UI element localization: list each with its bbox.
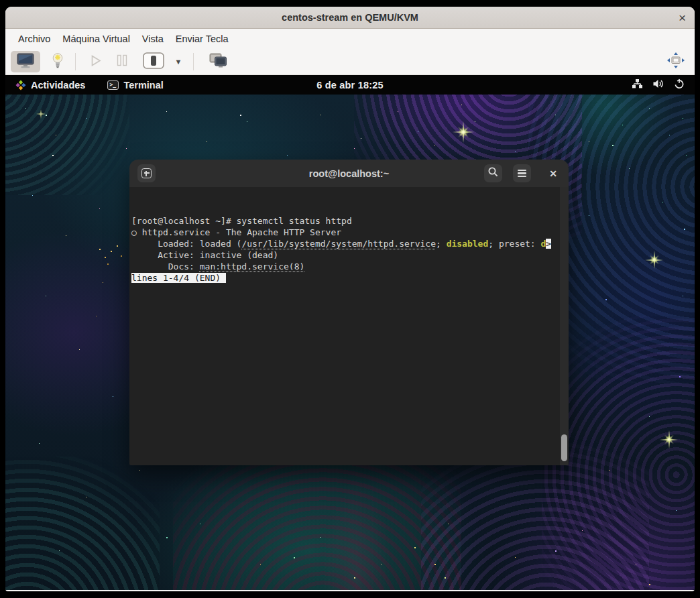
terminal-header-actions: ✕ <box>484 164 561 182</box>
volume-icon <box>652 78 664 92</box>
virt-manager-window: centos-stream en QEMU/KVM × Archivo Máqu… <box>5 7 695 591</box>
menu-vista[interactable]: Vista <box>136 34 170 44</box>
star-field <box>5 95 7 96</box>
gnome-topbar: Actividades >_ Terminal 6 de abr 18:25 <box>5 75 695 95</box>
terminal-line: lines 1-4/4 (END) <box>131 272 558 284</box>
shutdown-menu-arrow[interactable]: ▼ <box>172 52 185 71</box>
menu-enviar-tecla[interactable]: Enviar Tecla <box>170 34 235 44</box>
terminal-app-icon: >_ <box>107 80 119 90</box>
window-titlebar[interactable]: centos-stream en QEMU/KVM × <box>5 7 695 29</box>
run-button[interactable] <box>85 52 105 72</box>
starburst <box>645 251 663 269</box>
terminal-line: [root@localhost ~]# systemctl status htt… <box>131 215 558 227</box>
window-title: centos-stream en QEMU/KVM <box>282 12 418 23</box>
pause-icon <box>115 53 129 70</box>
starburst <box>36 109 46 119</box>
chevron-down-icon: ▼ <box>175 58 182 66</box>
scrollbar-thumb[interactable] <box>561 434 567 461</box>
clock-button[interactable]: 6 de abr 18:25 <box>316 80 384 91</box>
dual-monitor-icon <box>209 53 227 71</box>
network-wired-icon <box>632 78 643 92</box>
shutdown-button[interactable] <box>141 52 166 71</box>
hamburger-icon <box>518 170 526 178</box>
terminal-output: [root@localhost ~]# systemctl status htt… <box>131 215 558 284</box>
fullscreen-button[interactable] <box>665 52 687 72</box>
displays-button[interactable] <box>207 52 229 72</box>
fullscreen-arrows-icon <box>666 51 686 72</box>
starburst <box>660 430 678 449</box>
activities-label: Actividades <box>31 80 85 91</box>
toolbar-separator <box>75 53 76 70</box>
menu-button[interactable] <box>513 164 531 182</box>
centos-logo-icon <box>15 80 26 91</box>
search-button[interactable] <box>484 164 502 182</box>
shutdown-icon <box>142 52 165 72</box>
wallpaper-ripple <box>5 95 129 195</box>
lightbulb-icon <box>51 52 64 72</box>
monitor-icon <box>17 53 34 71</box>
terminal-line: Active: inactive (dead) <box>131 249 558 261</box>
focused-app-label: Terminal <box>123 80 163 91</box>
play-icon <box>88 53 103 71</box>
terminal-line: ○ httpd.service - The Apache HTTP Server <box>131 227 558 238</box>
toolbar-separator <box>193 53 194 70</box>
pause-button[interactable] <box>112 52 132 72</box>
menu-archivo[interactable]: Archivo <box>12 34 56 44</box>
new-tab-icon <box>141 168 152 178</box>
show-details-button[interactable] <box>48 52 67 72</box>
new-tab-button[interactable] <box>137 164 156 182</box>
starburst <box>453 121 474 143</box>
show-console-button[interactable] <box>11 51 40 72</box>
wallpaper-ripple <box>5 457 160 590</box>
terminal-screen[interactable]: [root@localhost ~]# systemctl status htt… <box>129 187 569 465</box>
system-status-area[interactable] <box>632 78 685 92</box>
window-close-button[interactable]: × <box>679 7 686 29</box>
activities-button[interactable]: Actividades <box>15 80 85 91</box>
menubar: Archivo Máquina Virtual Vista Enviar Tec… <box>5 29 695 49</box>
power-icon <box>674 78 685 92</box>
desktop-wallpaper: root@localhost:~ ✕ <box>5 95 695 590</box>
terminal-close-button[interactable]: ✕ <box>546 166 561 181</box>
terminal-window: root@localhost:~ ✕ <box>129 160 569 465</box>
terminal-scrollbar[interactable] <box>560 187 569 465</box>
menu-maquina-virtual[interactable]: Máquina Virtual <box>56 34 136 44</box>
focused-app-menu[interactable]: >_ Terminal <box>107 80 163 91</box>
terminal-line: Docs: man:httpd.service(8) <box>131 261 558 272</box>
search-icon <box>487 166 499 180</box>
toolbar: ▼ <box>5 49 695 75</box>
terminal-headerbar[interactable]: root@localhost:~ ✕ <box>129 160 569 187</box>
terminal-line: Loaded: loaded (/usr/lib/systemd/system/… <box>131 238 558 249</box>
